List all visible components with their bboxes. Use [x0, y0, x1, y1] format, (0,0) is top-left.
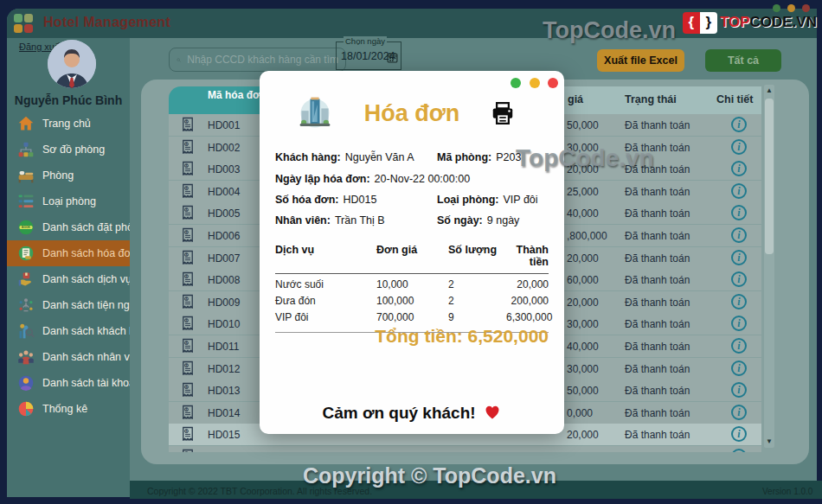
receipt-icon: $ [180, 117, 196, 132]
info-icon[interactable]: i [731, 250, 747, 265]
receipt-icon: $ [180, 405, 196, 420]
invoice-status-cell: Đã thanh toán [625, 297, 690, 309]
info-icon[interactable]: i [731, 382, 747, 398]
printer-icon [490, 100, 516, 126]
service-table-header: Dịch vụĐơn giáSố lượngThành tiền [275, 244, 549, 273]
invoice-total: Tổng tiền: 6,520,000 [260, 326, 549, 347]
search-placeholder: Nhập CCCD khách hàng cần tìm [187, 54, 338, 66]
invoice-status-cell: Đã thanh toán [625, 385, 690, 397]
info-icon[interactable]: i [731, 271, 747, 287]
stats-icon [17, 400, 35, 418]
customer-list-icon [17, 322, 35, 340]
search-input[interactable]: Nhập CCCD khách hàng cần tìm [169, 48, 346, 72]
invoice-id-cell: HD003 [208, 163, 240, 175]
info-icon[interactable]: i [731, 139, 747, 155]
invoice-status-cell: Đã thanh toán [625, 407, 690, 419]
svg-text:BOOK: BOOK [22, 226, 31, 229]
invoice-id-cell: HD011 [208, 341, 239, 353]
info-icon[interactable]: i [731, 227, 747, 243]
app-logo-icon [14, 14, 33, 33]
invoice-id-cell: HD005 [208, 207, 240, 220]
sidebar-item-sơ-đồ-phòng[interactable]: Sơ đồ phòng [7, 137, 130, 163]
invoice-price-cell: 30,000 [567, 318, 599, 330]
info-icon[interactable]: i [731, 360, 747, 376]
invoice-field-row: Ngày lập hóa đơn:20-Nov-22 00:00:00 [275, 173, 470, 185]
booking-list-icon: BOOK [17, 219, 35, 236]
sidebar-item-danh-sách-khách-hàng[interactable]: Danh sách khách hàng [7, 318, 130, 344]
print-button[interactable] [488, 100, 517, 128]
export-excel-button[interactable]: Xuất file Excel [597, 49, 684, 72]
info-icon[interactable]: i [731, 426, 747, 442]
sidebar-menu-label: Danh sách hóa đơn [42, 247, 138, 259]
sidebar-item-danh-sách-hóa-đơn[interactable]: Danh sách hóa đơn [7, 240, 130, 266]
invoice-price-cell: 20,000 [567, 297, 599, 309]
scrollbar-thumb[interactable] [765, 99, 774, 254]
sidebar-menu-label: Danh sách tài khoản [42, 377, 141, 389]
modal-title: Hóa đơn [260, 100, 564, 127]
invoice-price-cell: 20,000 [567, 252, 599, 265]
sidebar-item-danh-sách-đặt-phòng[interactable]: BOOK Danh sách đặt phòng [7, 214, 130, 240]
sidebar-item-phòng[interactable]: Phòng [7, 163, 130, 188]
info-icon[interactable]: i [731, 117, 747, 132]
invoice-price-cell: 30,000 [567, 363, 599, 375]
scroll-down-arrow[interactable]: ▼ [764, 436, 774, 448]
info-icon[interactable]: i [731, 316, 747, 331]
sidebar-menu-label: Loại phòng [42, 195, 96, 207]
invoice-price-cell: 0,000 [567, 407, 593, 419]
info-icon[interactable]: i [731, 449, 747, 452]
topcode-brand-logo: {} TOPCODE.VN [683, 11, 817, 34]
column-header-detail: Chi tiết [716, 93, 753, 105]
info-icon[interactable]: i [731, 205, 747, 220]
floorplan-icon [17, 141, 35, 158]
search-icon [177, 54, 181, 67]
sidebar-item-trang-chủ[interactable]: Trang chủ [7, 111, 130, 137]
info-icon[interactable]: i [731, 405, 747, 420]
date-picker[interactable]: Chọn ngày 18/01/2024 [336, 41, 401, 70]
sidebar-item-danh-sách-tài-khoản[interactable]: Danh sách tài khoản [7, 370, 130, 396]
invoice-id-cell: HD012 [208, 363, 240, 375]
invoice-price-cell: 50,000 [567, 119, 599, 131]
sidebar-menu: Trang chủ Sơ đồ phòng Phòng Loại phòng B… [7, 111, 130, 422]
info-icon[interactable]: i [731, 294, 747, 309]
sidebar-item-danh-sách-nhân-viên[interactable]: Danh sách nhân viên [7, 344, 130, 370]
invoice-price-cell: 30,000 [567, 142, 599, 154]
vertical-scrollbar[interactable]: ▲ ▼ [764, 85, 774, 448]
invoice-status-cell: Đã thanh toán [625, 119, 690, 131]
avatar [48, 40, 96, 88]
sidebar-item-danh-sách-dịch-vụ[interactable]: Danh sách dịch vụ [7, 266, 130, 292]
sidebar-item-loại-phòng[interactable]: Loại phòng [7, 188, 130, 214]
invoice-status-cell: Đã thanh toán [625, 142, 690, 154]
invoice-status-cell: Đã thanh toán [625, 341, 690, 353]
service-column-header: Số lượng [448, 244, 506, 273]
service-row: VIP đôi700,00096,300,000 [275, 307, 549, 323]
invoice-list-icon [17, 245, 35, 262]
footer-version: Version 1.0.0 [762, 487, 812, 496]
sidebar-menu-label: Sơ đồ phòng [42, 144, 105, 156]
info-icon[interactable]: i [731, 183, 747, 199]
sidebar-menu-label: Danh sách tiện nghi [42, 299, 138, 311]
room-icon [17, 167, 35, 184]
invoice-price-cell: 40,000 [567, 207, 599, 220]
invoice-id-cell: HD014 [208, 407, 240, 419]
invoice-field-row: Loại phòng:VIP đôi [437, 194, 538, 206]
invoice-table-row[interactable]: $ i [169, 446, 761, 452]
modal-green-dot[interactable] [511, 78, 521, 88]
calendar-icon[interactable] [387, 51, 398, 62]
invoice-field-row: Số ngày:9 ngày [437, 214, 519, 226]
receipt-icon: $ [180, 316, 196, 331]
sidebar-item-danh-sách-tiện-nghi[interactable]: Danh sách tiện nghi [7, 292, 130, 318]
receipt-icon: $ [180, 250, 196, 265]
info-icon[interactable]: i [731, 338, 747, 354]
invoice-id-cell: HD013 [208, 385, 240, 397]
info-icon[interactable]: i [731, 161, 747, 176]
filter-all-button[interactable]: Tất cả [705, 49, 781, 72]
invoice-field-row: Số hóa đơn:HD015 [275, 194, 376, 206]
sidebar-item-thống-kê[interactable]: Thống kê [7, 396, 130, 422]
modal-yellow-dot[interactable] [530, 78, 540, 88]
invoice-price-cell: 25,000 [567, 186, 599, 198]
column-header-price: giá [568, 93, 583, 105]
invoice-price-cell: ,800,000 [567, 230, 607, 242]
scroll-up-arrow[interactable]: ▲ [764, 85, 774, 97]
service-column-header: Đơn giá [376, 244, 448, 273]
modal-red-dot[interactable] [548, 78, 558, 88]
